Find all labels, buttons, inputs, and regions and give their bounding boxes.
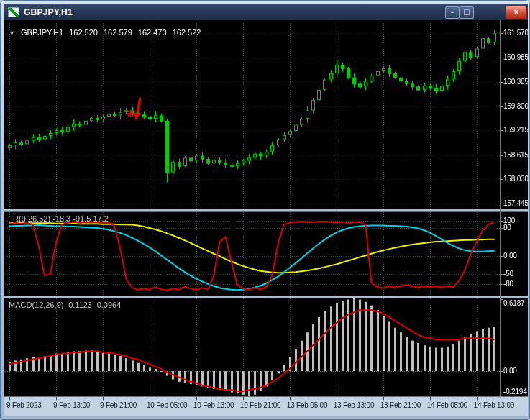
window-title: GBPJPY,H1	[24, 7, 73, 17]
title-bar[interactable]: GBPJPY,H1 – □ ×	[4, 4, 528, 21]
restore-button[interactable]: □	[460, 6, 474, 19]
minimize-button[interactable]: –	[445, 6, 460, 19]
chart-window-icon	[8, 7, 19, 17]
chart-client-area: ▼ GBPJPY,H1 162.520 162.579 162.470 162.…	[4, 20, 528, 416]
window-frame: GBPJPY,H1 – □ × ▼ GBPJPY,H1 162.520 162.…	[0, 0, 530, 420]
chart-area[interactable]	[4, 20, 528, 416]
close-button[interactable]: ×	[506, 6, 527, 19]
